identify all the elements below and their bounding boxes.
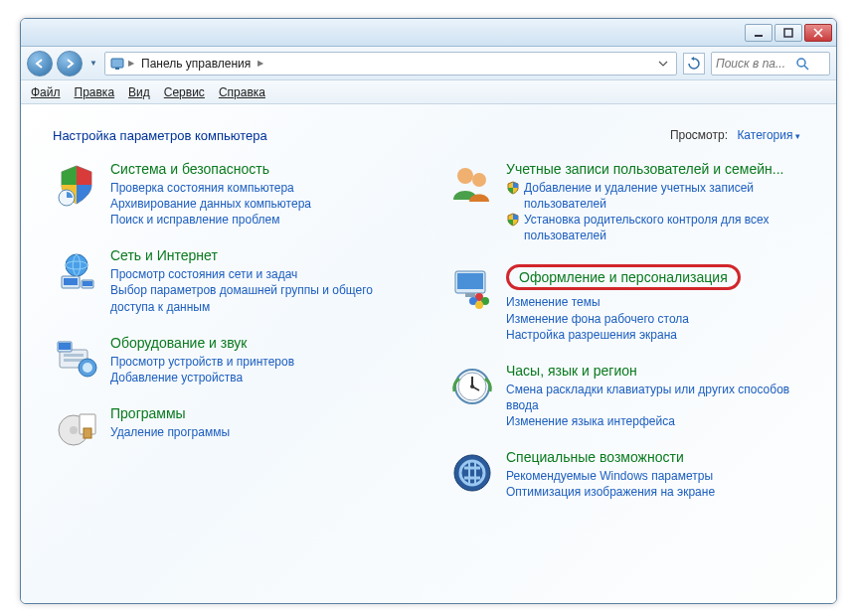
content-area: Настройка параметров компьютера Просмотр… (21, 104, 836, 603)
svg-rect-17 (64, 359, 84, 362)
clock-icon (448, 363, 496, 410)
cat-title[interactable]: Учетные записи пользователей и семейн... (506, 161, 804, 178)
titlebar (21, 19, 836, 47)
cat-title[interactable]: Система и безопасность (110, 161, 409, 178)
addr-dropdown[interactable] (654, 55, 672, 73)
svg-rect-21 (59, 343, 71, 350)
cat-link[interactable]: Изменение темы (506, 294, 804, 310)
cat-link[interactable]: Выбор параметров домашней группы и общег… (110, 282, 409, 314)
cat-programs: Программы Удаление программы (53, 405, 409, 453)
maximize-button[interactable] (774, 24, 802, 42)
cat-title[interactable]: Специальные возможности (506, 449, 804, 466)
cat-system-security: Система и безопасность Проверка состояни… (53, 161, 409, 228)
cat-ease: Специальные возможности Рекомендуемые Wi… (448, 449, 804, 500)
cat-title-appearance[interactable]: Оформление и персонализация (519, 269, 728, 285)
svg-rect-12 (64, 278, 78, 285)
cat-link[interactable]: Архивирование данных компьютера (110, 196, 409, 212)
svg-point-19 (83, 363, 92, 373)
view-control: Просмотр: Категория (670, 128, 800, 142)
cat-link[interactable]: Оптимизация изображения на экране (506, 484, 804, 500)
search-icon (795, 57, 809, 71)
refresh-button[interactable] (683, 53, 705, 75)
svg-rect-16 (64, 354, 84, 357)
svg-rect-29 (457, 273, 483, 289)
addr-sep: ▶ (125, 59, 137, 68)
search-box[interactable] (711, 52, 830, 76)
svg-point-23 (70, 426, 78, 434)
svg-rect-25 (84, 428, 91, 438)
system-security-icon (53, 161, 100, 209)
cat-link[interactable]: Рекомендуемые Windows параметры (506, 468, 804, 484)
cat-link[interactable]: Просмотр устройств и принтеров (110, 354, 409, 370)
cat-link[interactable]: Настройка разрешения экрана (506, 327, 804, 343)
category-grid: Система и безопасность Проверка состояни… (53, 161, 804, 500)
svg-point-34 (475, 301, 483, 309)
svg-rect-5 (115, 68, 119, 70)
cat-title[interactable]: Оборудование и звук (110, 335, 409, 352)
shield-icon (506, 213, 520, 227)
cat-appearance: Оформление и персонализация Изменение те… (448, 264, 804, 343)
cat-link[interactable]: Поиск и исправление проблем (110, 212, 409, 228)
cat-link[interactable]: Изменение фона рабочего стола (506, 311, 804, 327)
cat-link[interactable]: Добавление и удаление учетных записей по… (524, 180, 804, 212)
cat-title[interactable]: Часы, язык и регион (506, 363, 804, 380)
cat-network: Сеть и Интернет Просмотр состояния сети … (53, 247, 409, 314)
address-bar[interactable]: ▶ Панель управления ▶ (104, 52, 677, 76)
minimize-button[interactable] (745, 24, 772, 42)
navbar: ▼ ▶ Панель управления ▶ (21, 47, 836, 80)
cat-title[interactable]: Программы (110, 405, 409, 422)
menu-edit[interactable]: Правка (75, 85, 115, 99)
control-panel-icon (109, 56, 125, 72)
programs-icon (53, 405, 100, 453)
close-button[interactable] (804, 24, 832, 42)
svg-rect-30 (465, 293, 475, 297)
menu-view[interactable]: Вид (128, 85, 150, 99)
recent-pages-dropdown[interactable]: ▼ (86, 54, 100, 74)
svg-point-26 (457, 168, 473, 184)
cat-link[interactable]: Установка родительского контроля для все… (524, 212, 804, 243)
cat-title[interactable]: Сеть и Интернет (110, 247, 409, 264)
network-icon (53, 247, 100, 295)
svg-point-6 (797, 59, 805, 67)
menu-help[interactable]: Справка (219, 85, 265, 99)
cat-link[interactable]: Просмотр состояния сети и задач (110, 266, 409, 282)
svg-point-39 (470, 385, 474, 388)
forward-button[interactable] (57, 51, 83, 77)
shield-icon (506, 181, 520, 195)
cat-link[interactable]: Добавление устройства (110, 370, 409, 385)
view-dropdown[interactable]: Категория (737, 128, 800, 142)
svg-line-7 (804, 66, 808, 70)
svg-point-27 (472, 173, 486, 187)
highlight: Оформление и персонализация (506, 264, 741, 291)
breadcrumb-root[interactable]: Панель управления (137, 57, 255, 71)
menu-tools[interactable]: Сервис (164, 85, 205, 99)
svg-rect-1 (784, 29, 792, 37)
cat-hardware: Оборудование и звук Просмотр устройств и… (53, 335, 409, 385)
window: ▼ ▶ Панель управления ▶ Файл Правка Вид … (20, 18, 837, 604)
appearance-icon (448, 264, 496, 312)
cat-link[interactable]: Изменение языка интерфейса (506, 413, 804, 429)
users-icon (448, 161, 496, 209)
menu-file[interactable]: Файл (31, 85, 61, 99)
view-label: Просмотр: (670, 128, 728, 142)
search-input[interactable] (716, 57, 795, 71)
svg-rect-14 (83, 281, 92, 286)
svg-rect-4 (111, 59, 123, 68)
ease-of-access-icon (448, 449, 496, 497)
cat-link[interactable]: Смена раскладки клавиатуры или других сп… (506, 382, 804, 413)
cat-clock: Часы, язык и регион Смена раскладки клав… (448, 363, 804, 429)
cat-users: Учетные записи пользователей и семейн...… (448, 161, 804, 244)
cat-link[interactable]: Проверка состояния компьютера (110, 180, 409, 196)
menubar: Файл Правка Вид Сервис Справка (21, 80, 836, 104)
right-column: Учетные записи пользователей и семейн...… (448, 161, 804, 500)
back-button[interactable] (27, 51, 53, 77)
hardware-icon (53, 335, 100, 383)
left-column: Система и безопасность Проверка состояни… (53, 161, 409, 500)
cat-link[interactable]: Удаление программы (110, 424, 409, 440)
svg-point-9 (66, 254, 87, 276)
addr-sep: ▶ (255, 59, 266, 68)
